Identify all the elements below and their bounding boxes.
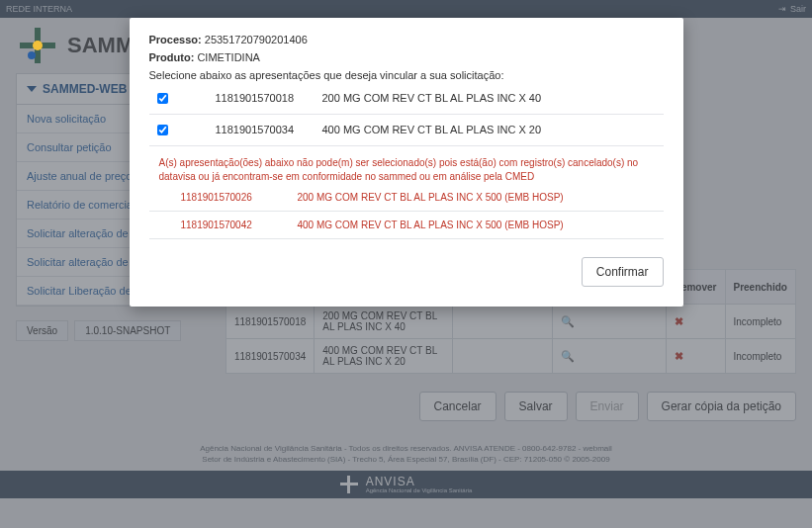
- confirm-button[interactable]: Confirmar: [582, 257, 664, 287]
- modal-overlay: Processo: 25351720790201406 Produto: CIM…: [0, 0, 812, 528]
- produto-label: Produto:: [149, 51, 195, 63]
- row-checkbox[interactable]: [157, 125, 168, 135]
- modal-row: 1181901570018 200 MG COM REV CT BL AL PL…: [149, 87, 664, 110]
- row-checkbox[interactable]: [157, 93, 168, 104]
- processo-label: Processo:: [149, 34, 202, 45]
- modal-redrow: 1181901570026 200 MG COM REV CT BL AL PL…: [149, 188, 664, 207]
- produto-value: CIMETIDINA: [197, 51, 260, 63]
- processo-value: 25351720790201406: [205, 34, 308, 45]
- row-desc: 400 MG COM REV CT BL AL PLAS INC X 20: [322, 124, 664, 135]
- modal-redrow: 1181901570042 400 MG COM REV CT BL AL PL…: [149, 216, 664, 234]
- modal-row: 1181901570034 400 MG COM REV CT BL AL PL…: [149, 119, 664, 141]
- modal-instruction: Selecione abaixo as apresentações que de…: [149, 69, 664, 81]
- row-code: 1181901570034: [196, 124, 295, 135]
- row-desc: 200 MG COM REV CT BL AL PLAS INC X 40: [322, 92, 664, 104]
- modal-warning: A(s) apresentação(ões) abaixo não pode(m…: [159, 156, 664, 184]
- row-code: 1181901570018: [196, 92, 295, 104]
- modal-dialog: Processo: 25351720790201406 Produto: CIM…: [130, 18, 683, 307]
